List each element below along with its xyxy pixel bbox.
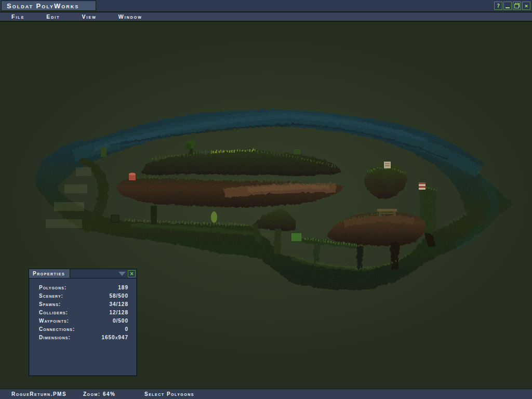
map-canvas[interactable]: Properties × Polygons: 189 Scenery: 58/5… bbox=[0, 23, 532, 389]
mushroom-stem bbox=[273, 228, 281, 253]
property-row-connections: Connections: 0 bbox=[39, 326, 128, 335]
property-label: Dimensions: bbox=[39, 335, 71, 343]
walkway-pillar bbox=[356, 246, 362, 269]
restore-button[interactable] bbox=[513, 2, 521, 10]
property-row-colliders: Colliders: 12/128 bbox=[39, 310, 128, 318]
property-row-waypoints: Waypoints: 0/500 bbox=[39, 318, 128, 326]
window-title: Soldat PolyWorks bbox=[1, 1, 96, 11]
left-pillar bbox=[151, 206, 157, 224]
window-controls: ? × bbox=[494, 2, 530, 10]
minimize-button[interactable] bbox=[503, 2, 512, 10]
titlebar[interactable]: Soldat PolyWorks ? × bbox=[0, 0, 532, 12]
window-title-text: Soldat PolyWorks bbox=[7, 2, 79, 10]
property-row-dimensions: Dimensions: 1650x947 bbox=[39, 335, 128, 343]
statusbar: RogueReturn.PMS Zoom: 64% Select Polygon… bbox=[0, 389, 532, 399]
menu-view[interactable]: View bbox=[82, 14, 97, 20]
properties-panel-titlebar[interactable]: Properties × bbox=[29, 269, 137, 278]
properties-panel-body: Polygons: 189 Scenery: 58/500 Spawns: 34… bbox=[29, 278, 137, 343]
property-label: Colliders: bbox=[39, 310, 68, 318]
mound-leg bbox=[390, 242, 398, 269]
help-icon: ? bbox=[497, 3, 500, 9]
property-label: Scenery: bbox=[39, 293, 63, 301]
property-row-scenery: Scenery: 58/500 bbox=[39, 293, 128, 301]
property-value: 0 bbox=[125, 326, 128, 335]
menu-edit[interactable]: Edit bbox=[46, 14, 60, 20]
properties-panel-controls: × bbox=[118, 269, 136, 278]
property-value: 12/128 bbox=[109, 310, 128, 318]
menu-file[interactable]: File bbox=[11, 14, 24, 20]
bush bbox=[211, 211, 217, 223]
arc-post bbox=[101, 147, 107, 157]
striped-marker bbox=[419, 182, 425, 190]
property-row-polygons: Polygons: 189 bbox=[39, 285, 128, 293]
property-label: Waypoints: bbox=[39, 318, 69, 326]
property-value: 58/500 bbox=[109, 293, 128, 301]
property-label: Connections: bbox=[39, 326, 75, 335]
property-value: 189 bbox=[118, 285, 128, 293]
minimize-icon bbox=[506, 7, 510, 8]
menu-window[interactable]: Window bbox=[118, 14, 142, 20]
property-value: 34/128 bbox=[109, 301, 128, 310]
property-value: 0/500 bbox=[113, 318, 128, 326]
status-tool: Select Polygons bbox=[144, 391, 194, 397]
status-filename: RogueReturn.PMS bbox=[11, 391, 66, 397]
crate bbox=[111, 215, 119, 222]
panel-close-button[interactable]: × bbox=[128, 270, 136, 277]
property-row-spawns: Spawns: 34/128 bbox=[39, 301, 128, 310]
property-label: Polygons: bbox=[39, 285, 66, 293]
status-zoom: Zoom: 64% bbox=[83, 391, 115, 397]
help-button[interactable]: ? bbox=[494, 2, 502, 10]
island-sign bbox=[384, 162, 391, 168]
tree-trunk bbox=[190, 149, 193, 154]
property-value: 1650x947 bbox=[101, 335, 128, 343]
close-button[interactable]: × bbox=[522, 2, 530, 10]
green-box bbox=[294, 149, 300, 154]
app-window: Soldat PolyWorks ? × File Edit View Wind… bbox=[0, 0, 532, 399]
walkway-box bbox=[291, 233, 302, 242]
close-icon: × bbox=[525, 3, 528, 9]
menubar: File Edit View Window bbox=[0, 12, 532, 22]
collapse-icon[interactable] bbox=[118, 272, 126, 276]
property-label: Spawns: bbox=[39, 301, 61, 310]
properties-panel: Properties × Polygons: 189 Scenery: 58/5… bbox=[29, 269, 137, 376]
properties-panel-title: Properties bbox=[29, 269, 70, 278]
